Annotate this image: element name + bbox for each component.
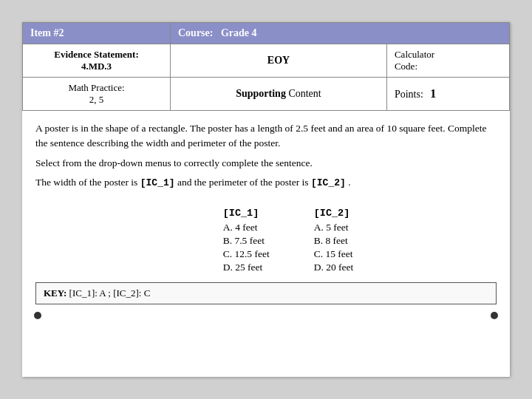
- points-label: Points:: [395, 89, 423, 100]
- key-value: [IC_1]: A ; [IC_2]: C: [69, 287, 151, 299]
- content-label: Content: [288, 88, 321, 99]
- ic2-option-b: B. 8 feet: [314, 235, 354, 247]
- supporting-label: Supporting: [236, 88, 286, 99]
- calculator-cell: Calculator Code:: [386, 44, 509, 78]
- ic2-option-c: C. 15 feet: [314, 248, 354, 260]
- evidence-cell: Evidence Statement: 4.MD.3: [23, 44, 171, 78]
- points-value: 1: [430, 87, 436, 100]
- key-label: KEY:: [44, 287, 66, 299]
- course-header: Course: Grade 4: [171, 23, 510, 44]
- evidence-label: Evidence Statement:: [54, 49, 138, 60]
- ic2-inline: [IC_2]: [311, 177, 346, 188]
- sentence: The width of the poster is [IC_1] and th…: [35, 175, 497, 191]
- header-table: Item #2 Course: Grade 4 Evidence Stateme…: [22, 22, 510, 111]
- math-practice-values: 2, 5: [89, 94, 104, 105]
- ic2-header: [IC_2]: [314, 208, 354, 219]
- paragraph2: Select from the drop-down menus to corre…: [35, 156, 497, 171]
- eoy-cell: EOY: [171, 44, 387, 78]
- evidence-code: 4.MD.3: [81, 61, 112, 72]
- course-value: Grade 4: [221, 27, 257, 38]
- ic1-option-b: B. 7.5 feet: [223, 235, 270, 247]
- sentence-prefix: The width of the poster is: [35, 177, 137, 188]
- ic2-option-d: D. 20 feet: [314, 262, 354, 273]
- ic1-option-a: A. 4 feet: [223, 222, 270, 233]
- key-box: KEY: [IC_1]: A ; [IC_2]: C: [35, 282, 497, 304]
- item-label: Item #2: [23, 23, 171, 44]
- ic1-option-d: D. 25 feet: [223, 262, 270, 273]
- dot-right: [491, 312, 498, 319]
- points-cell: Points: 1: [386, 78, 509, 111]
- content-area: A poster is in the shape of a rectangle.…: [22, 111, 510, 200]
- options-area: [IC_1] A. 4 feet B. 7.5 feet C. 12.5 fee…: [66, 208, 510, 275]
- ic1-option-c: C. 12.5 feet: [223, 248, 270, 260]
- ic1-header: [IC_1]: [223, 208, 270, 219]
- ic2-column: [IC_2] A. 5 feet B. 8 feet C. 15 feet D.…: [314, 208, 354, 275]
- dot-left: [34, 312, 41, 319]
- math-practice-cell: Math Practice: 2, 5: [23, 78, 171, 111]
- ic1-column: [IC_1] A. 4 feet B. 7.5 feet C. 12.5 fee…: [223, 208, 270, 275]
- ic2-option-a: A. 5 feet: [314, 222, 354, 233]
- math-practice-label: Math Practice:: [68, 82, 124, 93]
- sentence-mid: and the perimeter of the poster is: [177, 177, 309, 188]
- bottom-dots: [22, 307, 510, 319]
- sentence-end: .: [348, 177, 350, 188]
- paragraph1: A poster is in the shape of a rectangle.…: [35, 121, 497, 151]
- calculator-label: Calculator: [395, 49, 434, 60]
- calculator-code: Code:: [395, 61, 417, 72]
- supporting-content-cell: Supporting Content: [171, 78, 387, 111]
- ic1-inline: [IC_1]: [140, 177, 175, 188]
- course-label: Course:: [178, 27, 213, 38]
- main-card: Item #2 Course: Grade 4 Evidence Stateme…: [22, 22, 510, 377]
